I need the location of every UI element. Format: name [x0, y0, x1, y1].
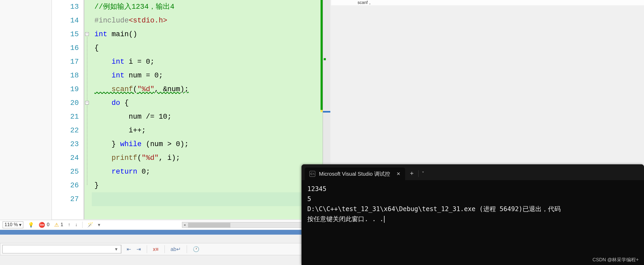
comment-text: //例如输入1234，输出4 — [94, 3, 174, 11]
console-line: 5 — [307, 195, 311, 203]
chevron-down-icon[interactable]: ˅ — [419, 171, 427, 176]
close-icon[interactable]: ✕ — [396, 171, 400, 177]
return-value: 0; — [137, 168, 150, 176]
code-line[interactable]: { — [92, 41, 323, 55]
code-line[interactable]: printf("%d", i); — [92, 151, 323, 165]
console-tab-bar: C:\ Microsoft Visual Studio 调试控 ✕ + ˅ — [302, 164, 644, 180]
tooltip-text: scanf 。 — [358, 0, 373, 5]
main-decl: main() — [107, 30, 137, 38]
type-keyword: int — [94, 72, 124, 80]
console-tab-title: Microsoft Visual Studio 调试控 — [319, 170, 390, 178]
statement: num /= 10; — [94, 113, 172, 121]
code-line[interactable]: int num = 0; — [92, 69, 323, 82]
debug-console-window[interactable]: C:\ Microsoft Visual Studio 调试控 ✕ + ˅ 12… — [302, 164, 644, 265]
code-line[interactable]: int i = 0; — [92, 55, 323, 69]
code-line[interactable]: num /= 10; — [92, 110, 323, 124]
console-line: 12345 — [307, 185, 326, 193]
window-divider — [0, 230, 331, 235]
code-editor[interactable]: 13 14 15 16 17 18 19 20 21 22 23 24 25 2… — [52, 0, 323, 219]
fold-guide — [87, 37, 87, 185]
brace: } — [94, 140, 120, 148]
do-keyword: do — [94, 99, 120, 107]
scroll-marker-caret — [323, 111, 330, 113]
line-number: 26 — [52, 179, 79, 192]
header-name: <stdio.h> — [129, 17, 167, 25]
line-number: 25 — [52, 165, 79, 179]
search-input[interactable] — [2, 245, 121, 253]
brace: } — [94, 182, 99, 189]
line-number: 19 — [52, 82, 79, 96]
separator — [165, 245, 165, 253]
cleanup-icon[interactable]: 🪄 — [87, 222, 93, 228]
code-line-current[interactable] — [92, 192, 323, 206]
error-count-value: 0 — [47, 222, 49, 227]
line-number: 21 — [52, 110, 79, 124]
line-number: 27 — [52, 192, 79, 206]
code-line[interactable]: return 0; — [92, 165, 323, 179]
chevron-down-icon: ▾ — [19, 222, 21, 228]
fold-column: − − — [84, 0, 91, 219]
type-keyword: int — [94, 30, 107, 38]
line-number: 14 — [52, 14, 79, 27]
type-keyword: int — [94, 58, 124, 66]
paren: ( — [133, 85, 137, 93]
chevron-down-icon[interactable]: ▾ — [115, 246, 117, 252]
format-string: "%d" — [141, 154, 159, 162]
warning-count-value: 1 — [61, 222, 63, 227]
code-line[interactable]: scanf("%d", &num); — [92, 82, 323, 96]
line-number: 18 — [52, 69, 79, 82]
warning-icon: ⚠ — [54, 222, 59, 228]
new-tab-button[interactable]: + — [405, 170, 418, 177]
line-number: 16 — [52, 41, 79, 55]
find-toolbar: ▾ ⇤ ⇥ x≡ ab↵ 🕐 — [0, 243, 331, 255]
clear-icon[interactable]: x≡ — [153, 246, 159, 252]
separator — [147, 245, 147, 253]
while-keyword: while — [120, 140, 141, 148]
console-output[interactable]: 12345 5 D:\C\C++\test_12_31\x64\Debug\te… — [302, 180, 644, 228]
scanf-args: , &num); — [154, 85, 189, 93]
warning-count[interactable]: ⚠ 1 — [54, 222, 63, 228]
line-number: 22 — [52, 124, 79, 137]
nav-up-icon[interactable]: ↑ — [68, 222, 70, 227]
word-wrap-icon[interactable]: ab↵ — [171, 246, 181, 252]
format-string: "%d" — [137, 85, 154, 93]
lightbulb-icon[interactable]: 💡 — [28, 222, 34, 228]
include-keyword: #include — [94, 17, 129, 25]
scrollbar-thumb[interactable] — [188, 223, 230, 227]
var-decl: num = 0; — [124, 72, 163, 80]
brace: { — [120, 99, 129, 107]
error-count[interactable]: ⛔ 0 — [39, 222, 49, 228]
code-area[interactable]: − − //例如输入1234，输出4 #include<stdio.h> int… — [84, 0, 323, 219]
indent-left-icon[interactable]: ⇤ — [127, 246, 131, 252]
printf-call: printf — [94, 154, 137, 162]
code-line[interactable]: do { — [92, 96, 323, 110]
code-line[interactable]: } while (num > 0); — [92, 137, 323, 151]
nav-down-icon[interactable]: ↓ — [75, 222, 77, 227]
zoom-selector[interactable]: 110 % ▾ — [3, 221, 23, 228]
fold-toggle-icon[interactable]: − — [85, 32, 89, 36]
separator — [121, 245, 121, 253]
scroll-left-icon[interactable]: ◂ — [183, 222, 186, 227]
terminal-icon: C:\ — [309, 171, 315, 177]
chevron-down-icon[interactable]: ▾ — [98, 222, 100, 228]
horizontal-scrollbar[interactable]: ◂ ▸ — [182, 222, 322, 228]
code-line[interactable]: int main() — [92, 27, 323, 41]
paren: ( — [137, 154, 141, 162]
line-number: 24 — [52, 151, 79, 165]
statement: i++; — [94, 127, 146, 134]
console-tab-active[interactable]: C:\ Microsoft Visual Studio 调试控 ✕ — [305, 168, 405, 180]
code-line[interactable]: i++; — [92, 124, 323, 137]
code-line[interactable]: #include<stdio.h> — [92, 14, 323, 27]
code-line[interactable]: //例如输入1234，输出4 — [92, 0, 323, 14]
indent-right-icon[interactable]: ⇥ — [136, 246, 141, 252]
var-decl: i = 0; — [124, 58, 154, 66]
brace: { — [94, 44, 99, 52]
code-line[interactable]: } — [92, 179, 323, 192]
solution-explorer-pane — [0, 0, 52, 225]
line-number: 13 — [52, 0, 79, 14]
zoom-level: 110 % — [4, 222, 18, 227]
error-icon: ⛔ — [39, 222, 45, 228]
line-number-gutter: 13 14 15 16 17 18 19 20 21 22 23 24 25 2… — [52, 0, 84, 219]
fold-toggle-icon[interactable]: − — [85, 101, 89, 105]
timestamp-icon[interactable]: 🕐 — [193, 246, 199, 252]
